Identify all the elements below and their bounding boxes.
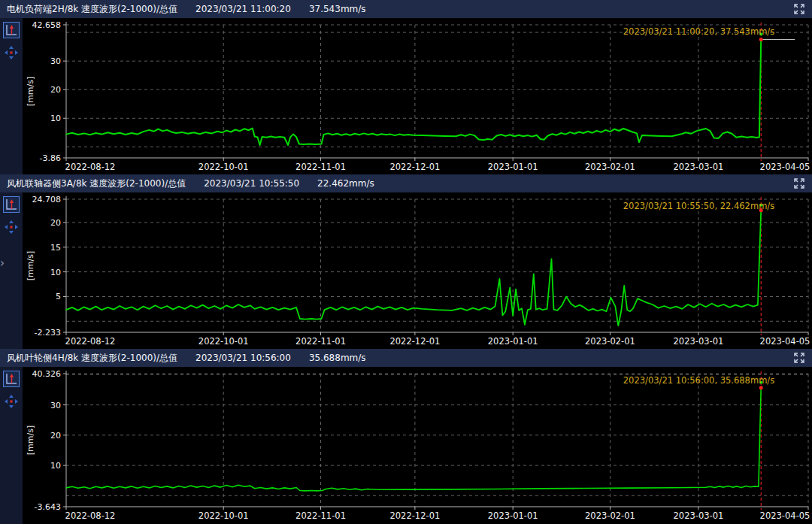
svg-text:20: 20 (50, 85, 61, 95)
svg-text:24.708: 24.708 (32, 195, 62, 204)
svg-text:-3.643: -3.643 (35, 502, 61, 512)
svg-text:2023-04-05: 2023-04-05 (760, 336, 810, 347)
pan-tool-button[interactable] (3, 219, 20, 235)
fullscreen-icon[interactable] (792, 177, 806, 190)
svg-text:10: 10 (50, 461, 61, 471)
chart-titlebar: 风机联轴器侧3A/8k 速度波形(2-1000)/总值 2023/03/21 1… (0, 174, 812, 192)
chart-toolbar (0, 192, 23, 349)
chart-body: 40.326-3.643102030[mm/s]2022-08-122022-1… (0, 367, 812, 524)
chart-title: 电机负荷端2H/8k 速度波形(2-1000)/总值 (7, 3, 177, 16)
svg-text:2022-10-01: 2022-10-01 (198, 336, 249, 347)
fullscreen-icon[interactable] (792, 351, 806, 365)
chart-panel-1: 电机负荷端2H/8k 速度波形(2-1000)/总值 2023/03/21 11… (0, 0, 812, 174)
chart-toolbar (0, 367, 23, 524)
svg-text:20: 20 (50, 431, 61, 441)
chart-canvas[interactable]: 40.326-3.643102030[mm/s]2022-08-122022-1… (23, 367, 812, 523)
svg-text:2023/03/21 10:56:00, 35.688mm/: 2023/03/21 10:56:00, 35.688mm/s (623, 375, 774, 386)
svg-text:2023-03-01: 2023-03-01 (674, 162, 724, 172)
chart-panel-3: 风机叶轮侧4H/8k 速度波形(2-1000)/总值 2023/03/21 10… (0, 349, 812, 524)
chart-title: 风机联轴器侧3A/8k 速度波形(2-1000)/总值 (7, 177, 186, 190)
chart-canvas[interactable]: 24.708-2.2335101520[mm/s]2022-08-122022-… (23, 192, 812, 349)
svg-text:2022-10-01: 2022-10-01 (198, 162, 249, 172)
svg-text:2023-01-01: 2023-01-01 (488, 336, 538, 347)
chart-timestamp: 2023/03/21 10:56:00 (195, 353, 291, 363)
vibration-monitor-app: 电机负荷端2H/8k 速度波形(2-1000)/总值 2023/03/21 11… (0, 0, 812, 524)
svg-text:[mm/s]: [mm/s] (26, 77, 35, 106)
svg-text:2022-08-12: 2022-08-12 (65, 162, 116, 172)
svg-text:5: 5 (56, 292, 61, 301)
chart-timestamp: 2023/03/21 10:55:50 (204, 178, 299, 189)
svg-text:2022-12-01: 2022-12-01 (389, 510, 440, 521)
fullscreen-icon[interactable] (792, 2, 806, 16)
chart-current-value: 22.462mm/s (317, 178, 374, 189)
svg-text:2022-11-01: 2022-11-01 (295, 336, 346, 347)
svg-text:2022-08-12: 2022-08-12 (65, 336, 116, 347)
chart-current-value: 35.688mm/s (309, 353, 366, 363)
svg-text:2023-01-01: 2023-01-01 (488, 162, 538, 172)
svg-text:2022-08-12: 2022-08-12 (65, 510, 116, 521)
svg-text:42.658: 42.658 (32, 20, 62, 30)
svg-text:2023/03/21 10:55:50, 22.462mm/: 2023/03/21 10:55:50, 22.462mm/s (623, 201, 774, 211)
pan-tool-button[interactable] (3, 393, 20, 410)
cursor-tool-button[interactable] (3, 371, 20, 387)
svg-text:10: 10 (50, 268, 61, 277)
svg-text:2023-03-01: 2023-03-01 (674, 510, 724, 521)
chart-titlebar: 电机负荷端2H/8k 速度波形(2-1000)/总值 2023/03/21 11… (0, 0, 812, 18)
chart-toolbar (0, 18, 23, 174)
cursor-tool-button[interactable] (3, 22, 20, 38)
chart-title: 风机叶轮侧4H/8k 速度波形(2-1000)/总值 (7, 352, 177, 365)
chart-current-value: 37.543mm/s (309, 4, 366, 14)
panel-expander-chevron[interactable]: › (0, 256, 9, 271)
chart-panel-2: 风机联轴器侧3A/8k 速度波形(2-1000)/总值 2023/03/21 1… (0, 174, 812, 349)
svg-text:[mm/s]: [mm/s] (26, 251, 35, 280)
svg-text:2022-10-01: 2022-10-01 (198, 510, 249, 521)
svg-text:2022-12-01: 2022-12-01 (389, 336, 440, 347)
chart-body: 42.658-3.86102030[mm/s]2022-08-122022-10… (0, 18, 812, 174)
svg-text:20: 20 (50, 218, 61, 228)
svg-text:2023-01-01: 2023-01-01 (488, 510, 538, 521)
cursor-tool-button[interactable] (3, 196, 20, 213)
svg-text:2022-11-01: 2022-11-01 (295, 162, 346, 172)
chart-body: 24.708-2.2335101520[mm/s]2022-08-122022-… (0, 192, 812, 349)
svg-text:30: 30 (50, 401, 61, 410)
svg-text:2023/03/21 11:00:20, 37.543mm/: 2023/03/21 11:00:20, 37.543mm/s (623, 26, 774, 37)
svg-text:40.326: 40.326 (32, 369, 62, 379)
chart-canvas[interactable]: 42.658-3.86102030[mm/s]2022-08-122022-10… (23, 18, 812, 174)
svg-text:[mm/s]: [mm/s] (26, 426, 35, 455)
svg-text:2023-02-01: 2023-02-01 (585, 510, 635, 521)
svg-text:-2.233: -2.233 (35, 328, 61, 338)
svg-text:-3.86: -3.86 (40, 153, 61, 163)
svg-text:2023-02-01: 2023-02-01 (585, 162, 635, 172)
svg-text:2022-11-01: 2022-11-01 (295, 510, 346, 521)
svg-text:2023-04-05: 2023-04-05 (760, 510, 810, 521)
svg-text:2023-02-01: 2023-02-01 (585, 336, 635, 347)
svg-text:10: 10 (50, 114, 61, 123)
svg-text:2022-12-01: 2022-12-01 (389, 162, 440, 172)
chart-timestamp: 2023/03/21 11:00:20 (195, 4, 291, 14)
pan-tool-button[interactable] (3, 44, 20, 61)
svg-text:2023-04-05: 2023-04-05 (760, 162, 810, 172)
svg-text:15: 15 (50, 243, 61, 253)
svg-text:30: 30 (50, 56, 61, 66)
svg-text:2023-03-01: 2023-03-01 (674, 336, 724, 347)
chart-titlebar: 风机叶轮侧4H/8k 速度波形(2-1000)/总值 2023/03/21 10… (0, 349, 812, 367)
